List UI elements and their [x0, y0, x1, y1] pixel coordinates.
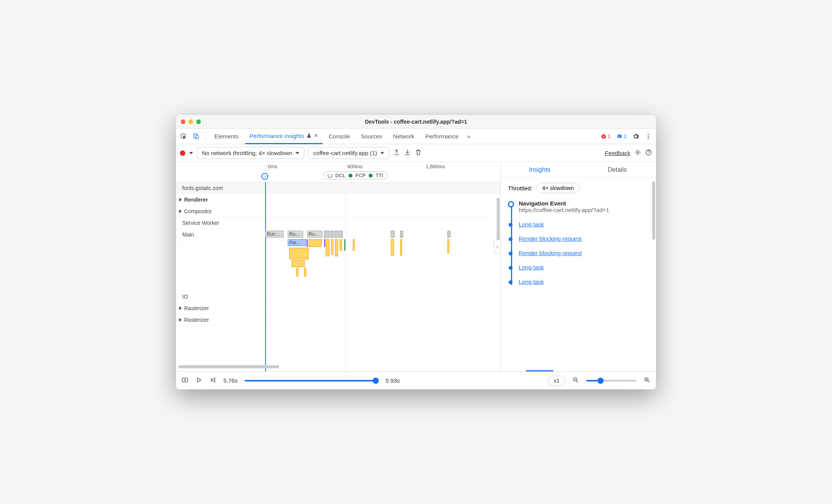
track-row[interactable]: fonts.gstatic.com	[176, 182, 501, 194]
tab-performance[interactable]: Performance	[421, 129, 463, 144]
expand-triangle-icon	[179, 198, 182, 202]
tab-performance-insights[interactable]: Performance insights ×	[245, 129, 323, 144]
main-tabs-row: Elements Performance insights × Console …	[176, 129, 656, 144]
insight-item[interactable]: Long task	[519, 278, 649, 285]
insight-item[interactable]: Long task	[519, 221, 649, 228]
dot-icon	[349, 174, 352, 178]
track-row-compositor[interactable]: Compositor	[176, 205, 501, 217]
zoom-out-icon[interactable]	[572, 376, 579, 385]
flame-bar[interactable]	[335, 239, 338, 256]
throttled-pill[interactable]: 4× slowdown	[536, 183, 579, 193]
flame-task[interactable]	[330, 231, 333, 238]
zoom-level-pill[interactable]: x1	[548, 376, 565, 386]
svg-point-8	[648, 136, 649, 137]
flame-chart[interactable]: Run... Ru... Ru... Par...	[265, 231, 489, 297]
flame-bar[interactable]	[326, 239, 330, 256]
page-dropdown[interactable]: coffee-cart.netlify.app (1)	[308, 147, 389, 159]
flame-bar[interactable]	[344, 239, 345, 251]
navigation-marker-icon[interactable]: ⊃	[261, 173, 268, 180]
side-tab-insights[interactable]: Insights	[501, 162, 578, 177]
vertical-scrollbar[interactable]	[497, 198, 500, 244]
track-row-rasterizer[interactable]: Rasterizer	[176, 302, 501, 314]
flame-bar[interactable]	[391, 239, 394, 255]
flame-bar[interactable]	[340, 239, 342, 251]
flame-bar[interactable]	[289, 248, 309, 259]
flame-bar[interactable]	[447, 239, 449, 253]
settings-gear-icon[interactable]	[630, 131, 641, 142]
flame-bar[interactable]	[400, 239, 402, 255]
flame-task[interactable]	[400, 231, 403, 238]
tab-elements[interactable]: Elements	[210, 129, 243, 144]
svg-rect-4	[618, 135, 622, 138]
export-icon[interactable]	[393, 149, 400, 157]
import-icon[interactable]	[404, 149, 411, 157]
track-row-rasterizer[interactable]: Rasterizer	[176, 314, 501, 326]
flame-bar[interactable]	[353, 239, 355, 251]
devtools-window: DevTools - coffee-cart.netlify.app/?ad=1…	[176, 114, 656, 390]
timeline-ruler[interactable]: 0ms 800ms 1,600ms DCL FCP TTI ⊃	[176, 162, 501, 182]
flame-task[interactable]	[391, 231, 395, 238]
zoom-slider[interactable]	[586, 380, 637, 381]
record-button[interactable]	[180, 150, 185, 156]
zoom-knob[interactable]	[597, 378, 604, 384]
side-tab-details[interactable]: Details	[578, 162, 656, 177]
window-title: DevTools - coffee-cart.netlify.app/?ad=1	[176, 119, 656, 125]
insight-title: Navigation Event	[519, 200, 649, 207]
expand-triangle-icon	[179, 306, 182, 310]
marker-fcp: FCP	[356, 173, 366, 178]
timeline-slider[interactable]	[245, 380, 379, 381]
record-dropdown-caret[interactable]	[189, 152, 193, 154]
collapse-sidepane-icon[interactable]: ›	[494, 240, 501, 254]
tab-network[interactable]: Network	[388, 129, 419, 144]
tab-console[interactable]: Console	[324, 129, 355, 144]
more-menu-icon[interactable]	[643, 131, 654, 142]
insight-item[interactable]: Render blocking request	[519, 250, 649, 256]
flame-task[interactable]	[447, 231, 451, 238]
messages-badge[interactable]: 1	[615, 133, 629, 140]
flame-bar[interactable]	[324, 239, 325, 247]
slider-knob[interactable]	[373, 378, 379, 384]
flame-bar[interactable]	[292, 260, 305, 267]
zoom-in-icon[interactable]	[644, 376, 651, 385]
throttle-dropdown[interactable]: No network throttling, 4× slowdown	[197, 147, 304, 159]
close-tab-icon[interactable]: ×	[314, 132, 318, 139]
marker-dcl: DCL	[335, 173, 345, 178]
flame-bar[interactable]	[331, 239, 333, 255]
flame-task[interactable]	[324, 231, 330, 238]
svg-rect-5	[618, 135, 621, 136]
device-toolbar-icon[interactable]	[191, 131, 202, 142]
svg-rect-2	[196, 135, 198, 139]
flame-bar[interactable]	[307, 239, 308, 247]
panel-settings-icon[interactable]	[634, 149, 641, 157]
seek-start-icon[interactable]	[209, 376, 216, 385]
flame-task[interactable]: Run...	[265, 231, 284, 238]
screenshot-preview-icon[interactable]	[181, 376, 188, 385]
timeline-pane: 0ms 800ms 1,600ms DCL FCP TTI ⊃ fonts.gs…	[176, 162, 501, 371]
svg-point-7	[648, 134, 649, 135]
horizontal-scrollbar[interactable]	[178, 365, 279, 368]
insight-item[interactable]: Render blocking request	[519, 235, 649, 242]
timing-markers[interactable]: DCL FCP TTI	[323, 171, 388, 180]
insight-item[interactable]: Long task	[519, 264, 649, 271]
flame-bar[interactable]	[296, 268, 299, 276]
feedback-link[interactable]: Feedback	[605, 150, 630, 156]
svg-rect-12	[182, 378, 188, 382]
flame-task[interactable]: Ru...	[288, 231, 303, 238]
help-icon[interactable]	[645, 149, 652, 157]
insight-navigation[interactable]: Navigation Event https://coffee-cart.net…	[519, 200, 649, 213]
time-end: 5.93s	[386, 377, 400, 384]
delete-icon[interactable]	[415, 149, 422, 157]
track-row-service-worker[interactable]: Service Worker	[176, 217, 501, 229]
sidepane-scrollbar[interactable]	[652, 181, 655, 240]
flame-task-parse[interactable]: Par...	[288, 239, 306, 246]
flame-bar[interactable]	[304, 268, 306, 276]
flame-task[interactable]	[334, 231, 343, 238]
errors-badge[interactable]: 1	[599, 133, 613, 140]
tab-sources[interactable]: Sources	[356, 129, 387, 144]
flame-task[interactable]: Ru...	[307, 231, 323, 238]
flame-bar[interactable]	[309, 239, 322, 247]
inspect-element-icon[interactable]	[178, 131, 189, 142]
more-tabs-chevron[interactable]: »	[465, 133, 473, 140]
track-row-renderer[interactable]: Renderer	[176, 194, 501, 205]
play-icon[interactable]	[195, 376, 202, 385]
